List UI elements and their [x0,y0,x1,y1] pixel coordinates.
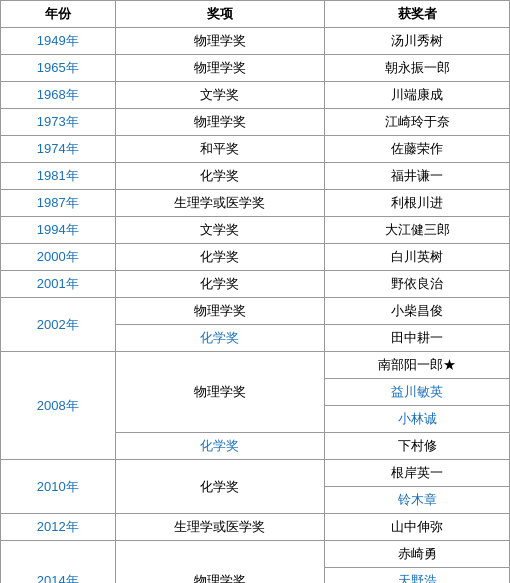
winner-cell: 朝永振一郎 [325,55,510,82]
year-cell: 2001年 [1,271,116,298]
winner-cell: 大江健三郎 [325,217,510,244]
year-cell: 2010年 [1,460,116,514]
winner-cell: 铃木章 [325,487,510,514]
table-row: 1981年化学奖福井谦一 [1,163,510,190]
award-cell: 物理学奖 [115,28,325,55]
winner-cell: 赤崎勇 [325,541,510,568]
winner-cell: 根岸英一 [325,460,510,487]
table-row: 1968年文学奖川端康成 [1,82,510,109]
nobel-table: 年份 奖项 获奖者 1949年物理学奖汤川秀树1965年物理学奖朝永振一郎196… [0,0,510,583]
winner-cell: 江崎玲于奈 [325,109,510,136]
header-award: 奖项 [115,1,325,28]
header-winner: 获奖者 [325,1,510,28]
table-row: 1987年生理学或医学奖利根川进 [1,190,510,217]
table-row: 2008年物理学奖南部阳一郎★ [1,352,510,379]
winner-cell: 野依良治 [325,271,510,298]
table-row: 1949年物理学奖汤川秀树 [1,28,510,55]
award-cell: 物理学奖 [115,298,325,325]
year-cell: 2012年 [1,514,116,541]
year-cell: 2008年 [1,352,116,460]
winner-cell: 山中伸弥 [325,514,510,541]
year-cell: 1973年 [1,109,116,136]
table-row: 1973年物理学奖江崎玲于奈 [1,109,510,136]
year-cell: 1965年 [1,55,116,82]
year-cell: 1974年 [1,136,116,163]
award-cell: 化学奖 [115,433,325,460]
winner-cell: 川端康成 [325,82,510,109]
winner-cell: 天野浩 [325,568,510,584]
award-cell: 生理学或医学奖 [115,190,325,217]
table-row: 2000年化学奖白川英树 [1,244,510,271]
award-cell: 文学奖 [115,82,325,109]
winner-cell: 利根川进 [325,190,510,217]
award-cell: 物理学奖 [115,352,325,433]
winner-cell: 下村修 [325,433,510,460]
year-cell: 1994年 [1,217,116,244]
year-cell: 2002年 [1,298,116,352]
award-cell: 化学奖 [115,244,325,271]
winner-cell: 小柴昌俊 [325,298,510,325]
award-cell: 物理学奖 [115,55,325,82]
table-row: 2001年化学奖野依良治 [1,271,510,298]
table-row: 2012年生理学或医学奖山中伸弥 [1,514,510,541]
year-cell: 1949年 [1,28,116,55]
winner-cell: 汤川秀树 [325,28,510,55]
award-cell: 生理学或医学奖 [115,514,325,541]
award-cell: 文学奖 [115,217,325,244]
year-cell: 1981年 [1,163,116,190]
award-cell: 物理学奖 [115,541,325,584]
year-cell: 2000年 [1,244,116,271]
award-cell: 化学奖 [115,325,325,352]
year-cell: 1987年 [1,190,116,217]
award-cell: 物理学奖 [115,109,325,136]
table-row: 2002年物理学奖小柴昌俊 [1,298,510,325]
award-cell: 和平奖 [115,136,325,163]
year-cell: 2014年 [1,541,116,584]
year-cell: 1968年 [1,82,116,109]
header-year: 年份 [1,1,116,28]
winner-cell: 益川敏英 [325,379,510,406]
award-cell: 化学奖 [115,460,325,514]
winner-cell: 小林诚 [325,406,510,433]
award-cell: 化学奖 [115,271,325,298]
winner-cell: 田中耕一 [325,325,510,352]
table-row: 1994年文学奖大江健三郎 [1,217,510,244]
award-cell: 化学奖 [115,163,325,190]
table-row: 2010年化学奖根岸英一 [1,460,510,487]
table-row: 1974年和平奖佐藤荣作 [1,136,510,163]
table-row: 2014年物理学奖赤崎勇 [1,541,510,568]
winner-cell: 南部阳一郎★ [325,352,510,379]
winner-cell: 福井谦一 [325,163,510,190]
winner-cell: 佐藤荣作 [325,136,510,163]
table-row: 1965年物理学奖朝永振一郎 [1,55,510,82]
winner-cell: 白川英树 [325,244,510,271]
